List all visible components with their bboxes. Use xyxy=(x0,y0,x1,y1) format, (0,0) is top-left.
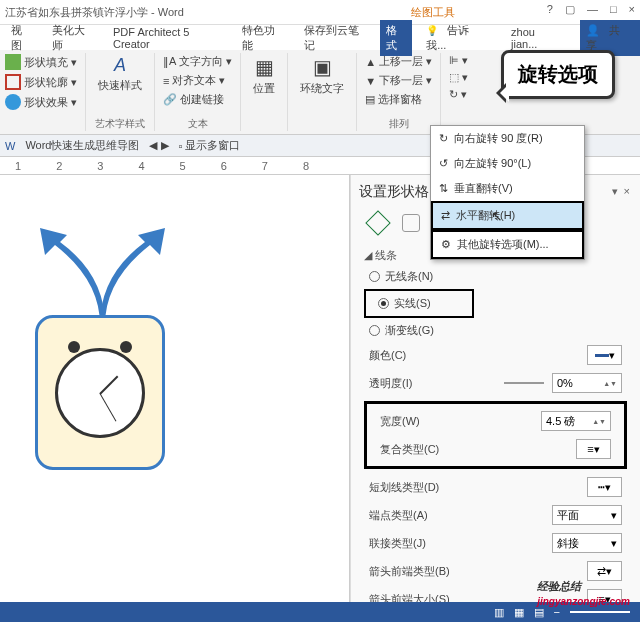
tab-cloud[interactable]: 保存到云笔记 xyxy=(298,20,372,56)
fill-line-tab[interactable] xyxy=(365,210,390,235)
user-name[interactable]: zhou jian... xyxy=(505,23,567,53)
drawing-tools-label: 绘图工具 xyxy=(411,5,455,20)
group-button[interactable]: ⬚▾ xyxy=(449,70,468,85)
multi-window-button[interactable]: ▫ 显示多窗口 xyxy=(179,138,241,153)
radio-icon xyxy=(369,325,380,336)
wordart-group: A快速样式 艺术字样式 xyxy=(94,53,155,131)
text-group-label: 文本 xyxy=(163,117,232,131)
compound-row: 复合类型(C) ≡▾ xyxy=(370,435,621,463)
position-button[interactable]: ▦位置 xyxy=(249,53,279,98)
transparency-input[interactable]: 0%▲▼ xyxy=(552,373,622,393)
document-title: 江苏省如东县拼茶镇许浮小学 - Word xyxy=(5,5,184,20)
transparency-label: 透明度(I) xyxy=(369,376,496,391)
align-menu-icon: ⊫ xyxy=(449,54,459,67)
nav-arrows[interactable]: ◀ ▶ xyxy=(149,139,168,152)
wrap-text-button[interactable]: ▣环绕文字 xyxy=(296,53,348,98)
join-label: 联接类型(J) xyxy=(369,536,544,551)
effects-icon xyxy=(5,94,21,110)
rotate-left-icon: ↺ xyxy=(439,157,448,170)
shape-outline-button[interactable]: 形状轮廓 ▾ xyxy=(5,73,77,91)
hour-hand xyxy=(99,375,118,394)
send-backward-button[interactable]: ▼下移一层 ▾ xyxy=(365,72,432,89)
rotate-left-item[interactable]: ↺向左旋转 90°(L) xyxy=(431,151,584,176)
forward-icon: ▲ xyxy=(365,56,376,68)
clock-container[interactable] xyxy=(35,315,165,470)
wrap-group: ▣环绕文字 xyxy=(296,53,357,131)
width-row: 宽度(W) 4.5 磅▲▼ xyxy=(370,407,621,435)
paint-icon xyxy=(5,54,21,70)
dash-picker[interactable]: ┅▾ xyxy=(587,477,622,497)
view-print-icon[interactable]: ▦ xyxy=(514,606,524,619)
join-row: 联接类型(J) 斜接▾ xyxy=(359,529,632,557)
align-text-button[interactable]: ≡对齐文本 ▾ xyxy=(163,72,232,89)
shape-effects-button[interactable]: 形状效果 ▾ xyxy=(5,93,77,111)
align-button[interactable]: ⊫▾ xyxy=(449,53,468,68)
quick-style-button[interactable]: A快速样式 xyxy=(94,53,146,95)
flip-vertical-item[interactable]: ⇅垂直翻转(V) xyxy=(431,176,584,201)
cap-row: 端点类型(A) 平面▾ xyxy=(359,501,632,529)
radio-checked-icon xyxy=(378,298,389,309)
flip-horizontal-item[interactable]: ⇄水平翻转(H)↖ xyxy=(431,201,584,230)
arrow-shapes[interactable] xyxy=(15,220,185,330)
maximize-icon[interactable]: □ xyxy=(610,3,617,16)
selection-pane-button[interactable]: ▤选择窗格 xyxy=(365,91,432,108)
panel-dropdown-icon[interactable]: ▾ xyxy=(612,185,618,198)
text-direction-button[interactable]: ‖A文字方向 ▾ xyxy=(163,53,232,70)
wordart-label: 艺术字样式 xyxy=(94,117,146,131)
zoom-out-icon[interactable]: − xyxy=(554,606,560,618)
flip-h-icon: ⇄ xyxy=(441,209,450,222)
tab-special[interactable]: 特色功能 xyxy=(236,20,289,56)
ribbon-tabs: 视图 美化大师 PDF Architect 5 Creator 特色功能 保存到… xyxy=(0,25,640,50)
tab-beautify[interactable]: 美化大师 xyxy=(46,20,99,56)
zoom-slider[interactable] xyxy=(570,611,630,613)
width-compound-highlight: 宽度(W) 4.5 磅▲▼ 复合类型(C) ≡▾ xyxy=(364,401,627,469)
minimize-icon[interactable]: — xyxy=(587,3,598,16)
help-icon[interactable]: ? xyxy=(547,3,553,16)
cap-select[interactable]: 平面▾ xyxy=(552,505,622,525)
width-label: 宽度(W) xyxy=(380,414,533,429)
panel-close-icon[interactable]: × xyxy=(624,185,630,198)
backward-icon: ▼ xyxy=(365,75,376,87)
rotate-right-item[interactable]: ↻向右旋转 90 度(R) xyxy=(431,126,584,151)
group-icon: ⬚ xyxy=(449,71,459,84)
view-web-icon[interactable]: ▤ xyxy=(534,606,544,619)
align-icon: ≡ xyxy=(163,75,169,87)
shape-styles-group: 形状填充 ▾ 形状轮廓 ▾ 形状效果 ▾ xyxy=(5,53,86,131)
join-select[interactable]: 斜接▾ xyxy=(552,533,622,553)
tab-pdf[interactable]: PDF Architect 5 Creator xyxy=(107,23,228,53)
gradient-line-radio[interactable]: 渐变线(G) xyxy=(359,320,632,341)
rotate-button[interactable]: ↻▾ xyxy=(449,87,468,102)
radio-icon xyxy=(369,271,380,282)
rotate-icon: ↻ xyxy=(449,88,458,101)
tab-view[interactable]: 视图 xyxy=(5,20,38,56)
rotate-group: ⊫▾ ⬚▾ ↻▾ xyxy=(449,53,476,131)
close-icon[interactable]: × xyxy=(629,3,635,16)
no-line-radio[interactable]: 无线条(N) xyxy=(359,266,632,287)
clock-icon xyxy=(55,348,145,438)
document-canvas[interactable] xyxy=(0,175,350,620)
solid-line-radio[interactable]: 实线(S) xyxy=(368,293,470,314)
tell-me[interactable]: 💡 告诉我... xyxy=(420,20,497,56)
width-input[interactable]: 4.5 磅▲▼ xyxy=(541,411,611,431)
transparency-slider[interactable] xyxy=(504,382,544,384)
ribbon-toggle-icon[interactable]: ▢ xyxy=(565,3,575,16)
panel-controls: ▾ × xyxy=(612,185,630,198)
document-name[interactable]: Word快速生成思维导图 xyxy=(25,138,139,153)
more-rotate-item[interactable]: ⚙其他旋转选项(M)... xyxy=(431,230,584,259)
dash-row: 短划线类型(D) ┅▾ xyxy=(359,473,632,501)
view-read-icon[interactable]: ▥ xyxy=(494,606,504,619)
word-icon: W xyxy=(5,140,15,152)
shape-fill-button[interactable]: 形状填充 ▾ xyxy=(5,53,77,71)
effects-tab[interactable] xyxy=(402,214,420,232)
bring-forward-button[interactable]: ▲上移一层 ▾ xyxy=(365,53,432,70)
compound-picker[interactable]: ≡▾ xyxy=(576,439,611,459)
color-picker[interactable]: ▾ xyxy=(587,345,622,365)
wrap-icon: ▣ xyxy=(313,55,332,79)
tab-format[interactable]: 格式 xyxy=(380,20,413,56)
transparency-row: 透明度(I) 0%▲▼ xyxy=(359,369,632,397)
annotation-callout: 旋转选项 xyxy=(501,50,615,99)
create-link-button[interactable]: 🔗创建链接 xyxy=(163,91,232,108)
compound-label: 复合类型(C) xyxy=(380,442,568,457)
color-label: 颜色(C) xyxy=(369,348,579,363)
rotate-dropdown: ↻向右旋转 90 度(R) ↺向左旋转 90°(L) ⇅垂直翻转(V) ⇄水平翻… xyxy=(430,125,585,260)
